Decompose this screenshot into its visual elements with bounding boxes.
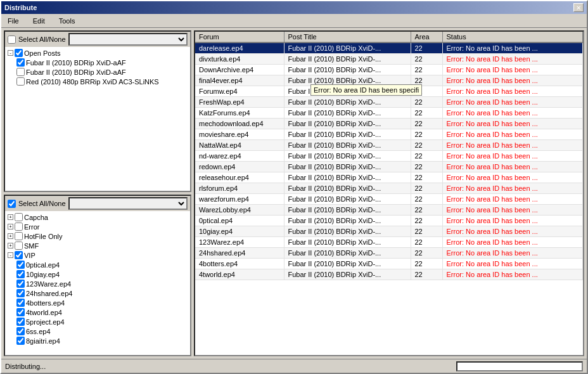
expand-vip[interactable]: - bbox=[8, 252, 13, 258]
cell-status: Error: No area ID has been ... bbox=[442, 172, 583, 183]
table-row[interactable]: redown.ep4Fubar II (2010) BDRip XviD-...… bbox=[195, 162, 583, 172]
cell-forum: rlsforum.ep4 bbox=[195, 183, 284, 194]
checkbox-error[interactable] bbox=[15, 222, 23, 231]
checkbox-optical[interactable] bbox=[16, 261, 25, 269]
tree-item-red: Red (2010) 480p BRRip XviD AC3-SLiNKS bbox=[6, 77, 189, 86]
top-select-all-checkbox[interactable] bbox=[8, 35, 16, 44]
cell-forum: divxturka.ep4 bbox=[195, 54, 284, 65]
cell-post: Fubar II (2010) BDRip XviD-... bbox=[284, 162, 411, 172]
left-panel: Select All/None - Open Posts Fubar II (2… bbox=[4, 30, 191, 356]
cell-status: Error: No area ID has been ... bbox=[442, 183, 583, 194]
table-row[interactable]: 24hshared.ep4Fubar II (2010) BDRip XviD-… bbox=[195, 248, 583, 259]
checkbox-smf[interactable] bbox=[15, 242, 23, 250]
table-row[interactable]: 4botters.ep4Fubar II (2010) BDRip XviD-.… bbox=[195, 259, 583, 269]
cell-status: Error: No area ID has been ... bbox=[442, 216, 583, 226]
tree-item-4botters: 4botters.ep4 bbox=[6, 298, 189, 307]
cell-post: Fubar II (2010) BDRip XviD-... bbox=[284, 151, 411, 162]
checkbox-fubar1[interactable] bbox=[16, 58, 25, 67]
table-row[interactable]: FreshWap.ep4Fubar II (2010) BDRip XviD-.… bbox=[195, 97, 583, 108]
table-row[interactable]: 0ptical.ep4Fubar II (2010) BDRip XviD-..… bbox=[195, 216, 583, 226]
cell-area: 22 bbox=[411, 108, 442, 119]
table-row[interactable]: nd-warez.ep4Fubar II (2010) BDRip XviD-.… bbox=[195, 151, 583, 162]
checkbox-fubar2[interactable] bbox=[16, 68, 25, 76]
checkbox-8giaitri[interactable] bbox=[16, 337, 25, 345]
cell-status: Error: No area ID has been ... bbox=[442, 65, 583, 75]
checkbox-open-posts[interactable] bbox=[15, 49, 23, 57]
checkbox-123warez[interactable] bbox=[16, 280, 25, 288]
table-row[interactable]: DownArchive.ep4Fubar II (2010) BDRip Xvi… bbox=[195, 65, 583, 75]
cell-area: 22 bbox=[411, 151, 442, 162]
main-window: Distribute ✕ File Edit Tools Select All/… bbox=[0, 0, 588, 374]
cell-forum: 0ptical.ep4 bbox=[195, 216, 284, 226]
expand-error[interactable]: + bbox=[8, 224, 13, 229]
tree-item-4tworld: 4tworld.ep4 bbox=[6, 307, 189, 317]
menu-file[interactable]: File bbox=[4, 16, 23, 26]
cell-forum: 123Warez.ep4 bbox=[195, 237, 284, 248]
checkbox-red[interactable] bbox=[16, 77, 25, 86]
cell-status: Error: No area ID has been ... bbox=[442, 248, 583, 259]
cell-forum: 10giay.ep4 bbox=[195, 226, 284, 237]
expand-open-posts[interactable]: - bbox=[8, 50, 13, 56]
bottom-dropdown[interactable] bbox=[68, 197, 188, 210]
table-row[interactable]: rlsforum.ep4Fubar II (2010) BDRip XviD-.… bbox=[195, 183, 583, 194]
checkbox-5project[interactable] bbox=[16, 318, 25, 326]
close-button[interactable]: ✕ bbox=[573, 3, 584, 12]
cell-post: Fubar II (2010) BDRip XviD-... bbox=[284, 183, 411, 194]
cell-forum: DownArchive.ep4 bbox=[195, 65, 284, 75]
checkbox-hotfile[interactable] bbox=[15, 232, 23, 240]
cell-forum: KatzForums.ep4 bbox=[195, 108, 284, 119]
table-row[interactable]: NattaWat.ep4Fubar II (2010) BDRip XviD-.… bbox=[195, 140, 583, 151]
tree-item-vip: - VIP bbox=[6, 250, 189, 260]
table-row[interactable]: WarezLobby.ep4Fubar II (2010) BDRip XviD… bbox=[195, 205, 583, 216]
table-row[interactable]: 4tworld.ep4Fubar II (2010) BDRip XviD-..… bbox=[195, 269, 583, 280]
checkbox-6ss[interactable] bbox=[16, 327, 25, 335]
checkbox-capcha[interactable] bbox=[15, 213, 23, 221]
progress-bar bbox=[456, 361, 583, 371]
table-row[interactable]: KatzForums.ep4Fubar II (2010) BDRip XviD… bbox=[195, 108, 583, 119]
cell-forum: redown.ep4 bbox=[195, 162, 284, 172]
table-row[interactable]: divxturka.ep4Fubar II (2010) BDRip XviD-… bbox=[195, 54, 583, 65]
table-container[interactable]: Forum Post Title Area Status darelease.e… bbox=[195, 32, 583, 355]
tree-item-8giaitri: 8giaitri.ep4 bbox=[6, 336, 189, 345]
top-dropdown[interactable] bbox=[68, 33, 188, 46]
menu-tools[interactable]: Tools bbox=[55, 16, 79, 26]
menu-edit[interactable]: Edit bbox=[29, 16, 49, 26]
label-open-posts: Open Posts bbox=[24, 49, 60, 57]
bottom-select-all-label: Select All/None bbox=[18, 200, 66, 207]
expand-hotfile[interactable]: + bbox=[8, 233, 13, 239]
cell-post: Fubar II (2010) BDRip XviD-... bbox=[284, 172, 411, 183]
bottom-panel: Select All/None + Capcha + Error bbox=[4, 195, 191, 356]
checkbox-4tworld[interactable] bbox=[16, 308, 25, 316]
table-row[interactable]: warezforum.ep4Fubar II (2010) BDRip XviD… bbox=[195, 194, 583, 205]
cell-area: 22 bbox=[411, 172, 442, 183]
checkbox-4botters[interactable] bbox=[16, 299, 25, 307]
cell-forum: Forumw.ep4 bbox=[195, 86, 284, 97]
checkbox-vip[interactable] bbox=[15, 251, 23, 259]
cell-status: Error: No area ID has been ... bbox=[442, 119, 583, 129]
checkbox-10giay[interactable] bbox=[16, 270, 25, 278]
label-24hshared: 24hshared.ep4 bbox=[26, 290, 72, 297]
expand-smf[interactable]: + bbox=[8, 243, 13, 248]
bottom-select-all-checkbox[interactable] bbox=[8, 200, 16, 208]
cell-area: 22 bbox=[411, 216, 442, 226]
cell-status: Error: No area ID has been ... bbox=[442, 237, 583, 248]
window-title: Distribute bbox=[4, 4, 37, 11]
cell-status: Error: No area ID has been ... bbox=[442, 140, 583, 151]
checkbox-24hshared[interactable] bbox=[16, 289, 25, 297]
table-row[interactable]: 123Warez.ep4Fubar II (2010) BDRip XviD-.… bbox=[195, 237, 583, 248]
cell-post: Fubar II (2010) BDRip XviD-... bbox=[284, 259, 411, 269]
expand-capcha[interactable]: + bbox=[8, 214, 13, 220]
cell-forum: darelease.ep4 bbox=[195, 42, 284, 54]
table-row[interactable]: darelease.ep4Fubar II (2010) BDRip XviD-… bbox=[195, 42, 583, 54]
cell-post: Fubar II (2010) BDRip XviD-... bbox=[284, 54, 411, 65]
table-row[interactable]: releasehour.ep4Fubar II (2010) BDRip Xvi… bbox=[195, 172, 583, 183]
cell-post: Fubar II (2010) BDRip XviD-... bbox=[284, 248, 411, 259]
col-forum-header: Forum bbox=[195, 32, 284, 42]
top-select-all-label: Select All/None bbox=[18, 35, 66, 43]
cell-forum: 4tworld.ep4 bbox=[195, 269, 284, 280]
table-row[interactable]: 10giay.ep4Fubar II (2010) BDRip XviD-...… bbox=[195, 226, 583, 237]
table-row[interactable]: mechodownload.ep4Fubar II (2010) BDRip X… bbox=[195, 119, 583, 129]
table-row[interactable]: movieshare.ep4Fubar II (2010) BDRip XviD… bbox=[195, 129, 583, 140]
cell-status: Error: No area ID has been ... bbox=[442, 86, 583, 97]
label-hotfile: HotFile Only bbox=[24, 233, 63, 240]
